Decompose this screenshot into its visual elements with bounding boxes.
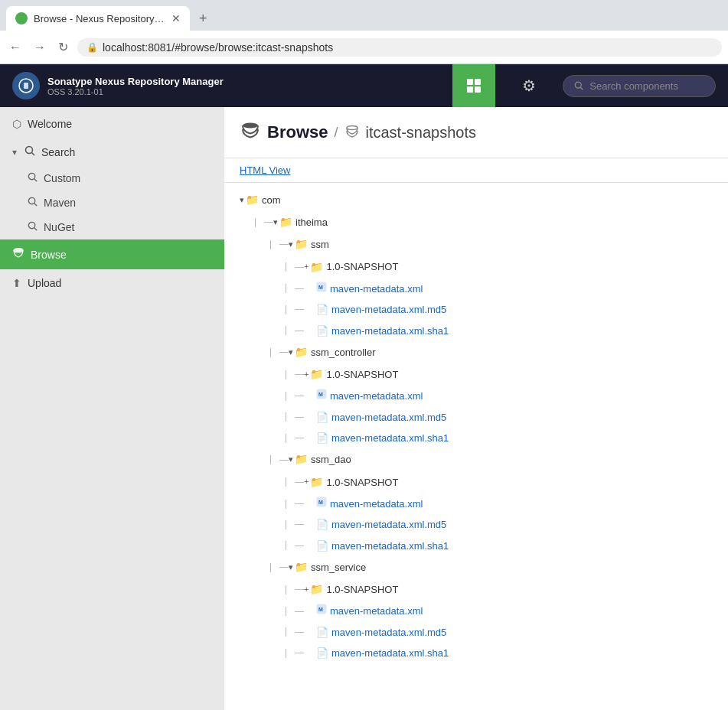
sidebar-item-custom[interactable]: Custom bbox=[0, 166, 224, 191]
folder-label-ssm-dao[interactable]: ssm_dao bbox=[311, 451, 351, 468]
active-tab[interactable]: Browse - Nexus Repository M... ✕ bbox=[6, 6, 190, 31]
svg-point-7 bbox=[575, 82, 581, 88]
app-version: OSS 3.20.1-01 bbox=[47, 87, 224, 96]
file-icon-ssm-sha1: 📄 bbox=[316, 322, 328, 340]
file-label-ssms-md5[interactable]: maven-metadata.xml.md5 bbox=[331, 624, 446, 641]
sidebar-item-search[interactable]: ▾ Search bbox=[0, 138, 224, 166]
svg-point-9 bbox=[26, 147, 33, 154]
svg-rect-5 bbox=[467, 86, 473, 93]
folder-label-ssmd-snapshot[interactable]: 1.0-SNAPSHOT bbox=[326, 474, 398, 491]
address-bar: ← → ↻ 🔒 localhost:8081/#browse/browse:it… bbox=[0, 31, 728, 64]
expand-ssm-snapshot[interactable]: + bbox=[304, 259, 309, 275]
file-label-ssms-sha1[interactable]: maven-metadata.xml.sha1 bbox=[331, 644, 449, 662]
file-label-ssmd-md5[interactable]: maven-metadata.xml.md5 bbox=[331, 516, 446, 533]
folder-label-com[interactable]: com bbox=[262, 191, 281, 209]
expand-ssm[interactable]: ▾ bbox=[289, 237, 293, 252]
hexagon-icon: ⬡ bbox=[12, 118, 21, 130]
file-label-ssm-metadata[interactable]: maven-metadata.xml bbox=[330, 280, 423, 298]
expand-ssmd-snapshot[interactable]: + bbox=[304, 474, 309, 490]
folder-icon-ssm-controller: 📁 bbox=[295, 343, 308, 362]
url-bar[interactable]: 🔒 localhost:8081/#browse/browse:itcast-s… bbox=[77, 38, 722, 57]
global-search-input[interactable] bbox=[589, 80, 704, 92]
file-label-ssmd-sha1[interactable]: maven-metadata.xml.sha1 bbox=[331, 537, 449, 555]
reload-button[interactable]: ↻ bbox=[55, 37, 71, 57]
file-label-ssmc-metadata[interactable]: maven-metadata.xml bbox=[330, 387, 423, 405]
sidebar-item-browse[interactable]: Browse bbox=[0, 239, 224, 269]
svg-line-14 bbox=[34, 204, 37, 206]
browser-chrome: Browse - Nexus Repository M... ✕ + ← → ↻… bbox=[0, 0, 728, 64]
sidebar: ⬡ Welcome ▾ Search Custom bbox=[0, 107, 224, 710]
folder-label-itheima[interactable]: itheima bbox=[295, 213, 328, 231]
sidebar-section-main: ⬡ Welcome ▾ Search Custom bbox=[0, 107, 224, 300]
folder-label-ssm-snapshot[interactable]: 1.0-SNAPSHOT bbox=[326, 258, 398, 275]
file-label-ssm-sha1[interactable]: maven-metadata.xml.sha1 bbox=[331, 322, 449, 340]
sidebar-search-label: Search bbox=[41, 146, 75, 158]
tab-close-button[interactable]: ✕ bbox=[171, 12, 181, 24]
folder-icon-ssm: 📁 bbox=[295, 235, 308, 254]
logo-text: Sonatype Nexus Repository Manager OSS 3.… bbox=[47, 76, 224, 96]
top-navigation: Sonatype Nexus Repository Manager OSS 3.… bbox=[0, 64, 728, 107]
page-title: Browse bbox=[267, 122, 328, 142]
file-label-ssms-metadata[interactable]: maven-metadata.xml bbox=[330, 602, 423, 620]
svg-text:M: M bbox=[318, 285, 323, 290]
forward-button[interactable]: → bbox=[31, 37, 49, 57]
tree-row-ssmc-sha1: 📄 maven-metadata.xml.sha1 bbox=[286, 428, 713, 448]
expand-ssm-service[interactable]: ▾ bbox=[289, 560, 293, 575]
expand-ssmc-snapshot[interactable]: + bbox=[304, 367, 309, 383]
svg-text:M: M bbox=[318, 607, 323, 612]
svg-line-10 bbox=[32, 153, 35, 156]
tree-row-ssmd-md5: 📄 maven-metadata.xml.md5 bbox=[286, 514, 713, 535]
sidebar-item-nuget[interactable]: NuGet bbox=[0, 215, 224, 239]
tab-title: Browse - Nexus Repository M... bbox=[34, 13, 165, 24]
tree-row-ssmc-metadata: M maven-metadata.xml bbox=[286, 386, 713, 406]
tree-row-com: ▾ 📁 com bbox=[240, 189, 713, 211]
settings-button[interactable]: ⚙ bbox=[508, 64, 550, 107]
expand-ssms-snapshot[interactable]: + bbox=[304, 582, 309, 598]
tree-row-ssm: ▾ 📁 ssm bbox=[270, 233, 713, 256]
expand-itheima[interactable]: ▾ bbox=[273, 215, 278, 230]
sidebar-item-welcome[interactable]: ⬡ Welcome bbox=[0, 110, 224, 138]
file-label-ssmc-sha1[interactable]: maven-metadata.xml.sha1 bbox=[331, 429, 449, 447]
browse-nav-button[interactable] bbox=[452, 64, 495, 107]
tree-row-ssm-sha1: 📄 maven-metadata.xml.sha1 bbox=[286, 321, 713, 341]
svg-point-20 bbox=[347, 125, 357, 129]
expand-com[interactable]: ▾ bbox=[240, 193, 244, 208]
tree-row-ssmc-md5: 📄 maven-metadata.xml.md5 bbox=[286, 407, 713, 428]
file-icon-ssmc-md5: 📄 bbox=[316, 409, 328, 426]
file-icon-ssms-md5: 📄 bbox=[316, 624, 328, 641]
main-area: ⬡ Welcome ▾ Search Custom bbox=[0, 107, 728, 710]
svg-line-12 bbox=[34, 179, 37, 181]
file-label-ssmc-md5[interactable]: maven-metadata.xml.md5 bbox=[331, 409, 446, 426]
folder-icon-ssm-snapshot: 📁 bbox=[310, 258, 323, 277]
svg-point-11 bbox=[28, 173, 34, 179]
expand-ssm-dao[interactable]: ▾ bbox=[289, 452, 293, 467]
folder-label-ssmc-snapshot[interactable]: 1.0-SNAPSHOT bbox=[326, 366, 398, 383]
global-search-box[interactable] bbox=[563, 75, 716, 97]
expand-ssm-controller[interactable]: ▾ bbox=[289, 345, 293, 360]
file-label-ssm-md5[interactable]: maven-metadata.xml.md5 bbox=[331, 301, 446, 318]
app: Sonatype Nexus Repository Manager OSS 3.… bbox=[0, 64, 728, 710]
tree-row-ssmd-metadata: M maven-metadata.xml bbox=[286, 493, 713, 514]
sidebar-nuget-label: NuGet bbox=[44, 221, 74, 233]
tree-row-ssm-controller: ▾ 📁 ssm_controller bbox=[270, 341, 713, 363]
file-label-ssmd-metadata[interactable]: maven-metadata.xml bbox=[330, 495, 423, 513]
sidebar-item-upload[interactable]: ⬆ Upload bbox=[0, 269, 224, 297]
folder-icon-ssms-snapshot: 📁 bbox=[310, 580, 323, 599]
sidebar-item-maven[interactable]: Maven bbox=[0, 191, 224, 215]
new-tab-button[interactable]: + bbox=[193, 11, 214, 27]
folder-label-ssm[interactable]: ssm bbox=[311, 236, 329, 253]
tree-row-ssms-snapshot: + 📁 1.0-SNAPSHOT bbox=[286, 578, 713, 601]
html-view-link[interactable]: HTML View bbox=[224, 158, 728, 183]
svg-rect-6 bbox=[475, 86, 481, 93]
app-title: Sonatype Nexus Repository Manager bbox=[47, 76, 224, 87]
folder-label-ssms-snapshot[interactable]: 1.0-SNAPSHOT bbox=[326, 581, 398, 598]
svg-point-19 bbox=[243, 123, 258, 129]
file-icon-ssmd-sha1: 📄 bbox=[316, 537, 328, 555]
svg-text:M: M bbox=[318, 392, 323, 397]
file-icon-ssmc-sha1: 📄 bbox=[316, 429, 328, 447]
tab-favicon bbox=[15, 12, 28, 24]
sidebar-custom-label: Custom bbox=[44, 172, 80, 184]
back-button[interactable]: ← bbox=[6, 37, 24, 57]
folder-label-ssm-service[interactable]: ssm_service bbox=[311, 559, 366, 576]
folder-label-ssm-controller[interactable]: ssm_controller bbox=[311, 344, 376, 361]
